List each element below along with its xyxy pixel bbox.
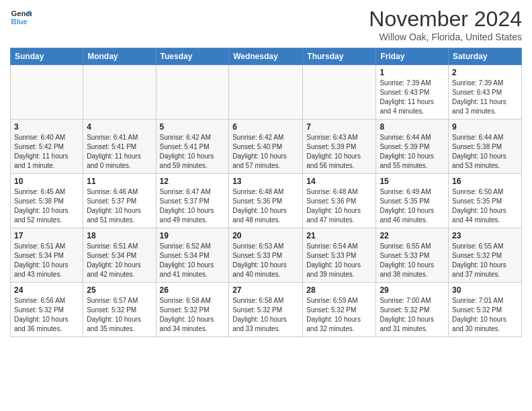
day-number: 22: [380, 231, 445, 240]
calendar-cell: 11Sunrise: 6:46 AM Sunset: 5:37 PM Dayli…: [83, 174, 156, 228]
calendar-cell: 6Sunrise: 6:42 AM Sunset: 5:40 PM Daylig…: [229, 120, 303, 174]
calendar-cell: [229, 65, 303, 120]
calendar-cell: [11, 65, 83, 120]
day-info: Sunrise: 6:40 AM Sunset: 5:42 PM Dayligh…: [14, 133, 79, 171]
day-number: 23: [452, 231, 518, 240]
day-info: Sunrise: 6:58 AM Sunset: 5:32 PM Dayligh…: [160, 296, 226, 334]
logo: General Blue: [10, 7, 32, 28]
day-of-week-header: Wednesday: [229, 48, 303, 65]
day-info: Sunrise: 7:01 AM Sunset: 5:32 PM Dayligh…: [452, 296, 518, 334]
calendar-cell: 21Sunrise: 6:54 AM Sunset: 5:33 PM Dayli…: [303, 228, 376, 283]
day-info: Sunrise: 6:42 AM Sunset: 5:40 PM Dayligh…: [232, 133, 299, 171]
day-info: Sunrise: 6:55 AM Sunset: 5:32 PM Dayligh…: [452, 242, 518, 279]
day-number: 2: [452, 68, 518, 77]
day-info: Sunrise: 6:52 AM Sunset: 5:34 PM Dayligh…: [160, 242, 226, 279]
calendar-cell: 7Sunrise: 6:43 AM Sunset: 5:39 PM Daylig…: [303, 120, 376, 174]
day-info: Sunrise: 6:43 AM Sunset: 5:39 PM Dayligh…: [306, 133, 372, 171]
calendar-cell: 13Sunrise: 6:48 AM Sunset: 5:36 PM Dayli…: [229, 174, 303, 228]
calendar-week-row: 17Sunrise: 6:51 AM Sunset: 5:34 PM Dayli…: [11, 228, 522, 283]
day-info: Sunrise: 6:41 AM Sunset: 5:41 PM Dayligh…: [87, 133, 152, 171]
day-number: 25: [87, 285, 152, 295]
page-header: General Blue November 2024 Willow Oak, F…: [10, 7, 522, 42]
day-of-week-header: Tuesday: [156, 48, 229, 65]
day-info: Sunrise: 6:51 AM Sunset: 5:34 PM Dayligh…: [87, 242, 152, 279]
day-number: 13: [232, 177, 299, 186]
calendar-cell: 1Sunrise: 7:39 AM Sunset: 6:43 PM Daylig…: [376, 65, 449, 120]
calendar-cell: 29Sunrise: 7:00 AM Sunset: 5:32 PM Dayli…: [376, 283, 449, 337]
day-info: Sunrise: 6:58 AM Sunset: 5:32 PM Dayligh…: [232, 296, 299, 334]
day-number: 8: [380, 122, 445, 132]
day-info: Sunrise: 6:48 AM Sunset: 5:36 PM Dayligh…: [232, 187, 299, 225]
day-of-week-header: Thursday: [303, 48, 376, 65]
calendar-cell: 14Sunrise: 6:48 AM Sunset: 5:36 PM Dayli…: [303, 174, 376, 228]
day-info: Sunrise: 6:55 AM Sunset: 5:33 PM Dayligh…: [380, 242, 445, 279]
location-subtitle: Willow Oak, Florida, United States: [369, 32, 522, 42]
calendar-cell: [83, 65, 156, 120]
day-number: 28: [306, 285, 372, 295]
calendar-week-row: 10Sunrise: 6:45 AM Sunset: 5:38 PM Dayli…: [11, 174, 522, 228]
calendar-cell: 18Sunrise: 6:51 AM Sunset: 5:34 PM Dayli…: [83, 228, 156, 283]
day-number: 26: [160, 285, 226, 295]
calendar-cell: 17Sunrise: 6:51 AM Sunset: 5:34 PM Dayli…: [11, 228, 83, 283]
day-number: 14: [306, 177, 372, 186]
calendar-cell: 12Sunrise: 6:47 AM Sunset: 5:37 PM Dayli…: [156, 174, 229, 228]
day-info: Sunrise: 6:56 AM Sunset: 5:32 PM Dayligh…: [14, 296, 79, 334]
day-number: 19: [160, 231, 226, 240]
day-number: 16: [452, 177, 518, 186]
day-number: 29: [380, 285, 445, 295]
calendar-week-row: 1Sunrise: 7:39 AM Sunset: 6:43 PM Daylig…: [11, 65, 522, 120]
calendar-cell: 24Sunrise: 6:56 AM Sunset: 5:32 PM Dayli…: [11, 283, 83, 337]
calendar-week-row: 3Sunrise: 6:40 AM Sunset: 5:42 PM Daylig…: [11, 120, 522, 174]
day-info: Sunrise: 6:59 AM Sunset: 5:32 PM Dayligh…: [306, 296, 372, 334]
day-info: Sunrise: 6:49 AM Sunset: 5:35 PM Dayligh…: [380, 187, 445, 225]
day-number: 1: [380, 68, 445, 77]
day-of-week-header: Friday: [376, 48, 449, 65]
day-number: 3: [14, 122, 79, 132]
day-info: Sunrise: 7:39 AM Sunset: 6:43 PM Dayligh…: [380, 79, 445, 116]
day-info: Sunrise: 6:54 AM Sunset: 5:33 PM Dayligh…: [306, 242, 372, 279]
day-number: 5: [160, 122, 226, 132]
title-block: November 2024 Willow Oak, Florida, Unite…: [369, 7, 522, 42]
day-number: 15: [380, 177, 445, 186]
day-info: Sunrise: 6:51 AM Sunset: 5:34 PM Dayligh…: [14, 242, 79, 279]
day-info: Sunrise: 6:50 AM Sunset: 5:35 PM Dayligh…: [452, 187, 518, 225]
calendar-header-row: SundayMondayTuesdayWednesdayThursdayFrid…: [11, 48, 522, 65]
day-info: Sunrise: 7:00 AM Sunset: 5:32 PM Dayligh…: [380, 296, 445, 334]
logo-icon: General Blue: [10, 7, 32, 28]
calendar-cell: [156, 65, 229, 120]
calendar-cell: 4Sunrise: 6:41 AM Sunset: 5:41 PM Daylig…: [83, 120, 156, 174]
day-number: 4: [87, 122, 152, 132]
day-info: Sunrise: 6:57 AM Sunset: 5:32 PM Dayligh…: [87, 296, 152, 334]
day-info: Sunrise: 6:53 AM Sunset: 5:33 PM Dayligh…: [232, 242, 299, 279]
day-of-week-header: Monday: [83, 48, 156, 65]
day-info: Sunrise: 6:44 AM Sunset: 5:38 PM Dayligh…: [452, 133, 518, 171]
calendar-cell: 8Sunrise: 6:44 AM Sunset: 5:39 PM Daylig…: [376, 120, 449, 174]
calendar-cell: 5Sunrise: 6:42 AM Sunset: 5:41 PM Daylig…: [156, 120, 229, 174]
day-number: 30: [452, 285, 518, 295]
day-number: 21: [306, 231, 372, 240]
calendar-cell: 20Sunrise: 6:53 AM Sunset: 5:33 PM Dayli…: [229, 228, 303, 283]
day-info: Sunrise: 6:47 AM Sunset: 5:37 PM Dayligh…: [160, 187, 226, 225]
day-of-week-header: Saturday: [449, 48, 522, 65]
calendar-cell: 26Sunrise: 6:58 AM Sunset: 5:32 PM Dayli…: [156, 283, 229, 337]
calendar-cell: 10Sunrise: 6:45 AM Sunset: 5:38 PM Dayli…: [11, 174, 83, 228]
day-of-week-header: Sunday: [11, 48, 83, 65]
calendar-cell: 27Sunrise: 6:58 AM Sunset: 5:32 PM Dayli…: [229, 283, 303, 337]
day-info: Sunrise: 6:42 AM Sunset: 5:41 PM Dayligh…: [160, 133, 226, 171]
calendar-cell: 2Sunrise: 7:39 AM Sunset: 6:43 PM Daylig…: [449, 65, 522, 120]
day-number: 20: [232, 231, 299, 240]
day-number: 12: [160, 177, 226, 186]
calendar-cell: 3Sunrise: 6:40 AM Sunset: 5:42 PM Daylig…: [11, 120, 83, 174]
calendar-cell: 9Sunrise: 6:44 AM Sunset: 5:38 PM Daylig…: [449, 120, 522, 174]
day-info: Sunrise: 7:39 AM Sunset: 6:43 PM Dayligh…: [452, 79, 518, 116]
day-number: 7: [306, 122, 372, 132]
calendar-cell: 28Sunrise: 6:59 AM Sunset: 5:32 PM Dayli…: [303, 283, 376, 337]
day-number: 6: [232, 122, 299, 132]
calendar-cell: 22Sunrise: 6:55 AM Sunset: 5:33 PM Dayli…: [376, 228, 449, 283]
day-info: Sunrise: 6:46 AM Sunset: 5:37 PM Dayligh…: [87, 187, 152, 225]
day-number: 10: [14, 177, 79, 186]
month-title: November 2024: [369, 7, 522, 32]
day-number: 18: [87, 231, 152, 240]
calendar-cell: 25Sunrise: 6:57 AM Sunset: 5:32 PM Dayli…: [83, 283, 156, 337]
day-number: 11: [87, 177, 152, 186]
